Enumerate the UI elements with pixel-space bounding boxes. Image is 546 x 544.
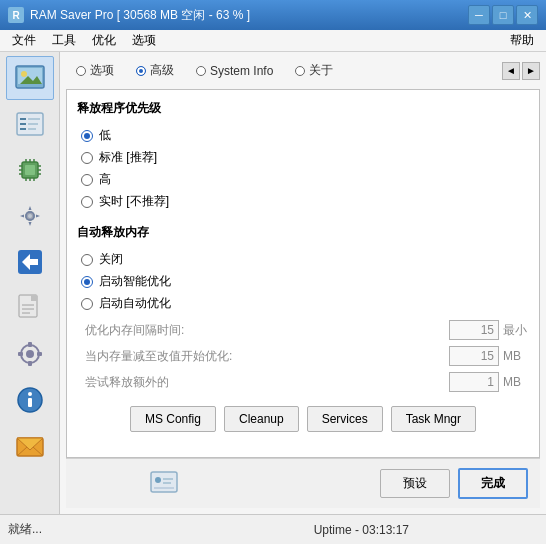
status-bar: 就绪... Uptime - 03:13:17 [0,514,546,544]
tab-about[interactable]: 关于 [285,58,343,83]
svg-rect-42 [28,398,32,407]
interval-unit: 最小 [499,322,529,339]
auto-release-smart-label: 启动智能优化 [99,273,171,290]
priority-radio-group: 低 标准 [推荐] 高 实时 [不推荐] [77,127,529,210]
extra-input[interactable] [449,372,499,392]
svg-rect-10 [28,128,36,130]
title-bar: R RAM Saver Pro [ 30568 MB 空闲 - 63 % ] ─… [0,0,546,30]
interval-label: 优化内存间隔时间: [85,322,449,339]
task-mngr-button[interactable]: Task Mngr [391,406,476,432]
tab-advanced-label: 高级 [150,62,174,79]
app-icon: R [8,7,24,23]
svg-rect-6 [20,123,26,125]
status-ready: 就绪... [8,521,185,538]
auto-release-off-label: 关闭 [99,251,123,268]
sidebar-icon-3 [14,154,46,186]
svg-rect-37 [28,342,32,347]
auto-release-auto-radio[interactable] [81,298,93,310]
sidebar-item-5[interactable] [6,240,54,284]
tab-navigation: ◄ ► [502,62,540,80]
priority-standard-radio[interactable] [81,152,93,164]
menu-options[interactable]: 选项 [124,30,164,51]
tab-advanced[interactable]: 高级 [126,58,184,83]
action-buttons: MS Config Cleanup Services Task Mngr [77,406,529,432]
menu-tools[interactable]: 工具 [44,30,84,51]
sidebar-icon-1 [14,62,46,94]
tab-advanced-radio [136,66,146,76]
svg-rect-50 [163,478,173,480]
done-button[interactable]: 完成 [458,468,528,499]
tab-sysinfo-radio [196,66,206,76]
tab-sysinfo[interactable]: System Info [186,60,283,82]
svg-point-2 [21,71,27,77]
tab-options[interactable]: 选项 [66,58,124,83]
tab-about-radio [295,66,305,76]
bottom-area: 预设 完成 [66,458,540,508]
svg-rect-40 [37,352,42,356]
tab-sysinfo-label: System Info [210,64,273,78]
menu-optimize[interactable]: 优化 [84,30,124,51]
threshold-input[interactable] [449,346,499,366]
priority-realtime-label: 实时 [不推荐] [99,193,169,210]
preset-button[interactable]: 预设 [380,469,450,498]
sidebar-item-2[interactable] [6,102,54,146]
auto-release-title: 自动释放内存 [77,224,529,243]
extra-unit: MB [499,375,529,389]
sidebar-item-9[interactable] [6,424,54,468]
svg-point-49 [155,477,161,483]
tab-about-label: 关于 [309,62,333,79]
ms-config-button[interactable]: MS Config [130,406,216,432]
sidebar-icon-9 [14,430,46,462]
maximize-button[interactable]: □ [492,5,514,25]
svg-rect-39 [18,352,23,356]
auto-release-auto-label: 启动自动优化 [99,295,171,312]
sidebar-item-1[interactable] [6,56,54,100]
sidebar-item-6[interactable] [6,286,54,330]
priority-standard-label: 标准 [推荐] [99,149,157,166]
priority-low[interactable]: 低 [81,127,529,144]
auto-release-auto[interactable]: 启动自动优化 [81,295,529,312]
priority-realtime[interactable]: 实时 [不推荐] [81,193,529,210]
tab-prev-button[interactable]: ◄ [502,62,520,80]
sidebar-item-4[interactable] [6,194,54,238]
auto-release-smart[interactable]: 启动智能优化 [81,273,529,290]
auto-release-off[interactable]: 关闭 [81,251,529,268]
priority-standard[interactable]: 标准 [推荐] [81,149,529,166]
priority-realtime-radio[interactable] [81,196,93,208]
tab-options-radio [76,66,86,76]
services-button[interactable]: Services [307,406,383,432]
svg-rect-7 [20,128,26,130]
interval-input[interactable] [449,320,499,340]
svg-rect-9 [28,123,38,125]
threshold-label: 当内存量减至改值开始优化: [85,348,449,365]
svg-rect-38 [28,361,32,366]
priority-high[interactable]: 高 [81,171,529,188]
minimize-button[interactable]: ─ [468,5,490,25]
sidebar-item-7[interactable] [6,332,54,376]
priority-low-radio[interactable] [81,130,93,142]
tab-next-button[interactable]: ► [522,62,540,80]
form-row-interval: 优化内存间隔时间: 最小 [77,320,529,340]
svg-point-43 [28,392,32,396]
auto-release-section: 自动释放内存 关闭 启动智能优化 启动自动优化 [77,224,529,392]
form-row-threshold: 当内存量减至改值开始优化: MB [77,346,529,366]
menu-file[interactable]: 文件 [4,30,44,51]
svg-point-27 [28,214,32,218]
auto-release-radio-group: 关闭 启动智能优化 启动自动优化 [77,251,529,312]
cleanup-button[interactable]: Cleanup [224,406,299,432]
auto-release-off-radio[interactable] [81,254,93,266]
close-button[interactable]: ✕ [516,5,538,25]
priority-low-label: 低 [99,127,111,144]
sidebar-icon-8 [14,384,46,416]
sidebar-item-8[interactable] [6,378,54,422]
main-layout: 选项 高级 System Info 关于 ◄ ► 释放程序优先级 [0,52,546,514]
sidebar-icon-5 [14,246,46,278]
auto-release-smart-radio[interactable] [81,276,93,288]
menu-bar: 文件 工具 优化 选项 帮助 [0,30,546,52]
bottom-settings-icon [148,466,180,501]
menu-help[interactable]: 帮助 [502,30,542,51]
sidebar-item-3[interactable] [6,148,54,192]
svg-marker-31 [31,295,37,301]
priority-high-radio[interactable] [81,174,93,186]
window-controls: ─ □ ✕ [468,5,538,25]
